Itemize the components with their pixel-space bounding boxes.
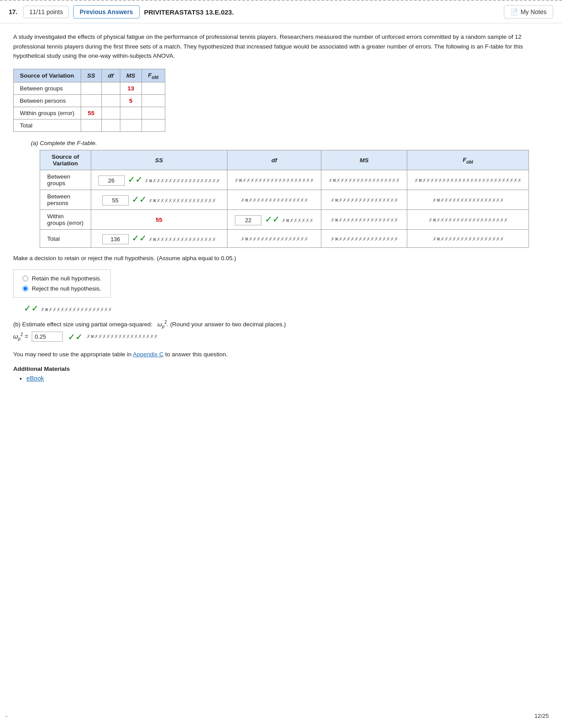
- appendix-note-end: to answer this question.: [165, 351, 228, 358]
- ms-bg-graded: ✗✖✗✗✗✗✗✗✗✗✗✗✗✗✗✗✗✗: [328, 178, 400, 183]
- given-ss-between-groups: [81, 82, 101, 95]
- ans-row-between-persons: Betweenpersons 55 ✓✓ ✗✖✗✗✗✗✗✗✗✗✗✗✗✗✗✗✗ ✗…: [40, 190, 529, 210]
- ans-fobt-between-groups: ✗✖✗✗✗✗✗✗✗✗✗✗✗✗✗✗✗✗✗✗✗✗✗✗✗✗✗: [407, 170, 529, 190]
- ans-header-df: df: [227, 150, 321, 170]
- answer-table-wrap: Source ofVariation SS df MS Fobt Between…: [40, 150, 549, 248]
- appendix-note: You may need to use the appropriate tabl…: [13, 351, 549, 358]
- appendix-c-link[interactable]: Appendix C: [133, 351, 164, 358]
- fobt-bp-graded: ✗✖✗✗✗✗✗✗✗✗✗✗✗✗✗✗✗✗: [432, 198, 504, 203]
- ans-source-total: Total: [40, 230, 91, 248]
- reject-label: Reject the null hypothesis.: [32, 285, 101, 292]
- ans-header-fobt: Fobt: [407, 150, 529, 170]
- given-df-within-groups: [101, 107, 120, 119]
- given-source-within-groups: Within groups (error): [14, 107, 81, 119]
- given-table-header-ms: MS: [120, 69, 141, 82]
- fobt-wg-graded: ✗✖✗✗✗✗✗✗✗✗✗✗✗✗✗✗✗✗✗✗: [428, 217, 508, 223]
- given-df-between-groups: [101, 82, 120, 95]
- notes-icon: 📄: [510, 8, 518, 15]
- ans-fobt-between-persons: ✗✖✗✗✗✗✗✗✗✗✗✗✗✗✗✗✗✗: [407, 190, 529, 210]
- given-ms-total: [120, 119, 141, 132]
- ans-ss-within-groups: 55: [91, 210, 227, 230]
- ans-ms-total: ✗✖✗✗✗✗✗✗✗✗✗✗✗✗✗✗✗: [321, 230, 407, 248]
- ss-bg-input[interactable]: 26: [98, 175, 125, 186]
- given-source-between-persons: Between persons: [14, 95, 81, 107]
- additional-materials-label: Additional Materials: [13, 366, 549, 372]
- ans-row-total: Total 136 ✓✓ ✗✖✗✗✗✗✗✗✗✗✗✗✗✗✗✗✗ ✗✖✗✗✗✗✗✗✗…: [40, 230, 529, 248]
- given-ms-between-groups: 13: [120, 82, 141, 95]
- df-wg-input[interactable]: 22: [235, 215, 261, 225]
- ms-bp-graded: ✗✖✗✗✗✗✗✗✗✗✗✗✗✗✗✗✗: [331, 198, 398, 203]
- part-b-section: (b) Estimate effect size using partial o…: [13, 320, 549, 342]
- previous-answers-button[interactable]: Previous Answers: [73, 5, 140, 19]
- header-row: 17. 11/11 points Previous Answers PRIVIT…: [0, 1, 562, 23]
- ss-bp-input[interactable]: 55: [102, 195, 129, 205]
- intro-text: A study investigated the effects of phys…: [13, 32, 549, 61]
- given-row-within-groups: Within groups (error) 55: [14, 107, 165, 119]
- omega-equation: ωp2 = 0.25 ✓✓ ✗✖✗✗✗✗✗✗✗✗✗✗✗✗✗✗✗✗: [13, 332, 549, 342]
- radio-section: Retain the null hypothesis. Reject the n…: [13, 269, 111, 298]
- ans-ms-between-persons: ✗✖✗✗✗✗✗✗✗✗✗✗✗✗✗✗✗: [321, 190, 407, 210]
- given-df-between-persons: [101, 95, 120, 107]
- page-mark: ←: [4, 713, 10, 719]
- ans-ss-between-persons: 55 ✓✓ ✗✖✗✗✗✗✗✗✗✗✗✗✗✗✗✗✗: [91, 190, 227, 210]
- given-ftable: Source of Variation SS df MS Fobt Betwee…: [13, 69, 165, 132]
- given-ms-between-persons: 5: [120, 95, 141, 107]
- page-pagination: 12/25: [534, 713, 549, 719]
- ss-total-feedback: ✓✓: [132, 233, 147, 243]
- given-table-header-df: df: [101, 69, 120, 82]
- given-df-total: [101, 119, 120, 132]
- given-fobt-within-groups: [141, 107, 165, 119]
- fobt-total-graded: ✗✖✗✗✗✗✗✗✗✗✗✗✗✗✗✗✗✗: [432, 236, 504, 242]
- reject-radio[interactable]: [22, 286, 28, 291]
- my-notes-label: My Notes: [521, 8, 547, 15]
- ans-ms-between-groups: ✗✖✗✗✗✗✗✗✗✗✗✗✗✗✗✗✗✗: [321, 170, 407, 190]
- ms-total-graded: ✗✖✗✗✗✗✗✗✗✗✗✗✗✗✗✗✗: [331, 236, 398, 242]
- ebook-item: eBook: [26, 375, 549, 382]
- ebook-link[interactable]: eBook: [26, 375, 44, 382]
- ans-fobt-within-groups: ✗✖✗✗✗✗✗✗✗✗✗✗✗✗✗✗✗✗✗✗: [407, 210, 529, 230]
- decision-feedback-area: ✓✓ ✗✖✗✗✗✗✗✗✗✗✗✗✗✗✗✗✗✗: [22, 303, 549, 314]
- given-table-header-fobt: Fobt: [141, 69, 165, 82]
- decision-graded: ✗✖✗✗✗✗✗✗✗✗✗✗✗✗✗✗✗✗: [41, 307, 112, 313]
- given-row-between-persons: Between persons 5: [14, 95, 165, 107]
- ans-df-between-persons: ✗✖✗✗✗✗✗✗✗✗✗✗✗✗✗✗✗: [227, 190, 321, 210]
- ss-bg-feedback: ✓✓: [128, 174, 143, 185]
- given-fobt-between-groups: [141, 82, 165, 95]
- omega-input[interactable]: 0.25: [32, 332, 63, 342]
- materials-list: eBook: [26, 375, 549, 382]
- given-table-header-ss: SS: [81, 69, 101, 82]
- fobt-bg-graded: ✗✖✗✗✗✗✗✗✗✗✗✗✗✗✗✗✗✗✗✗✗✗✗✗✗✗✗: [414, 178, 521, 183]
- retain-radio[interactable]: [22, 276, 28, 281]
- part-a-label: (a) Complete the F-table.: [31, 140, 549, 146]
- ms-wg-graded: ✗✖✗✗✗✗✗✗✗✗✗✗✗✗✗✗✗: [331, 217, 398, 223]
- ss-total-input[interactable]: 136: [102, 234, 129, 244]
- given-source-total: Total: [14, 119, 81, 132]
- ss-bg-graded: ✗✖✗✗✗✗✗✗✗✗✗✗✗✗✗✗✗✗✗: [145, 178, 220, 184]
- decision-prompt: Make a decision to retain or reject the …: [13, 255, 549, 261]
- given-source-between-groups: Between groups: [14, 82, 81, 95]
- content-area: A study investigated the effects of phys…: [0, 23, 562, 391]
- points-text: 11/11 points: [29, 8, 63, 15]
- ss-bp-graded: ✗✖✗✗✗✗✗✗✗✗✗✗✗✗✗✗✗: [149, 198, 216, 204]
- ans-source-within-groups: Withingroups (error): [40, 210, 91, 230]
- ans-df-between-groups: ✗✖✗✗✗✗✗✗✗✗✗✗✗✗✗✗✗✗✗✗: [227, 170, 321, 190]
- df-wg-feedback: ✓✓: [265, 214, 280, 224]
- ans-row-between-groups: Betweengroups 26 ✓✓ ✗✖✗✗✗✗✗✗✗✗✗✗✗✗✗✗✗✗✗ …: [40, 170, 529, 190]
- decision-feedback: ✓✓: [24, 303, 39, 314]
- ans-row-within-groups: Withingroups (error) 55 22 ✓✓ ✗✖✗✗✗✗✗✗ ✗…: [40, 210, 529, 230]
- ans-header-ms: MS: [321, 150, 407, 170]
- omega-graded: ✗✖✗✗✗✗✗✗✗✗✗✗✗✗✗✗✗✗: [86, 334, 158, 340]
- ans-source-between-groups: Betweengroups: [40, 170, 91, 190]
- df-bp-graded: ✗✖✗✗✗✗✗✗✗✗✗✗✗✗✗✗✗: [241, 198, 308, 203]
- ans-fobt-total: ✗✖✗✗✗✗✗✗✗✗✗✗✗✗✗✗✗✗: [407, 230, 529, 248]
- given-fobt-between-persons: [141, 95, 165, 107]
- my-notes-button[interactable]: 📄 My Notes: [504, 5, 553, 19]
- ans-df-total: ✗✖✗✗✗✗✗✗✗✗✗✗✗✗✗✗✗: [227, 230, 321, 248]
- given-row-between-groups: Between groups 13: [14, 82, 165, 95]
- given-table-header-source: Source of Variation: [14, 69, 81, 82]
- given-ms-within-groups: [120, 107, 141, 119]
- ans-source-between-persons: Betweenpersons: [40, 190, 91, 210]
- appendix-note-text: You may need to use the appropriate tabl…: [13, 351, 133, 358]
- ss-wg-value: 55: [156, 217, 162, 223]
- given-ss-total: [81, 119, 101, 132]
